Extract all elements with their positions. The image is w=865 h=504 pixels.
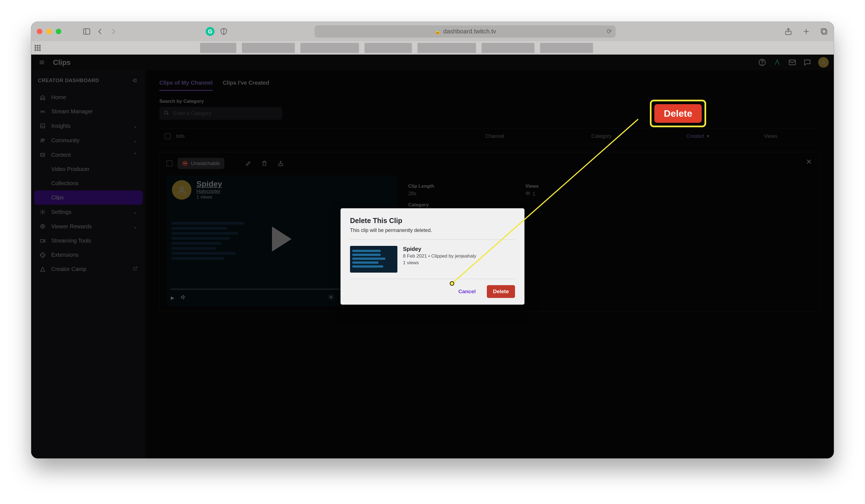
delete-button[interactable]: Delete — [487, 285, 515, 298]
safari-tab[interactable] — [242, 43, 295, 53]
safari-tab[interactable] — [300, 43, 359, 53]
modal-clip-title: Spidey — [403, 246, 476, 252]
svg-rect-7 — [821, 29, 826, 33]
url-text: dashboard.twitch.tv — [443, 28, 496, 35]
safari-tab[interactable] — [200, 43, 236, 53]
twitch-app: Clips CREATOR DASHBOARD — [31, 55, 834, 458]
reload-icon[interactable]: ⟳ — [607, 28, 612, 35]
modal-title: Delete This Clip — [350, 216, 515, 225]
safari-tab[interactable] — [482, 43, 534, 53]
close-window-icon[interactable] — [37, 29, 42, 34]
window-traffic-lights — [37, 29, 61, 34]
minimize-window-icon[interactable] — [46, 29, 52, 34]
modal-clip-preview: Spidey 8 Feb 2021 • Clipped by jenjeahal… — [350, 246, 515, 273]
delete-callout: Delete — [650, 100, 706, 127]
new-tab-icon[interactable] — [802, 27, 810, 36]
sidebar-toggle-icon[interactable] — [82, 27, 91, 36]
url-bar[interactable]: 🔒 dashboard.twitch.tv ⟳ — [315, 25, 615, 38]
modal-message: This clip will be permanently deleted. — [350, 227, 515, 233]
safari-tab[interactable] — [540, 43, 593, 53]
svg-rect-0 — [84, 29, 90, 34]
grammarly-extension-icon[interactable]: G — [206, 27, 215, 36]
cancel-button[interactable]: Cancel — [453, 285, 481, 298]
privacy-shield-icon[interactable] — [220, 27, 228, 36]
maximize-window-icon[interactable] — [56, 29, 61, 34]
favorites-grid-icon[interactable] — [35, 45, 41, 51]
modal-clip-views: 1 views — [403, 260, 476, 266]
safari-toolbar: G 🔒 dashboard.twitch.tv ⟳ — [31, 22, 834, 41]
safari-window: G 🔒 dashboard.twitch.tv ⟳ — [31, 22, 834, 458]
modal-thumbnail — [350, 246, 397, 273]
svg-rect-6 — [822, 30, 827, 34]
safari-tab[interactable] — [417, 43, 476, 53]
safari-tab[interactable] — [365, 43, 412, 53]
share-icon[interactable] — [784, 27, 793, 36]
lock-icon: 🔒 — [435, 28, 441, 35]
nav-forward-icon[interactable] — [109, 27, 118, 36]
tab-overview-icon[interactable] — [820, 27, 828, 36]
delete-clip-modal: Delete This Clip This clip will be perma… — [341, 208, 524, 305]
callout-label: Delete — [654, 104, 702, 123]
safari-tab-strip — [31, 41, 834, 55]
modal-clip-subtitle: 8 Feb 2021 • Clipped by jenjeahaly — [403, 254, 476, 259]
nav-back-icon[interactable] — [96, 27, 104, 36]
